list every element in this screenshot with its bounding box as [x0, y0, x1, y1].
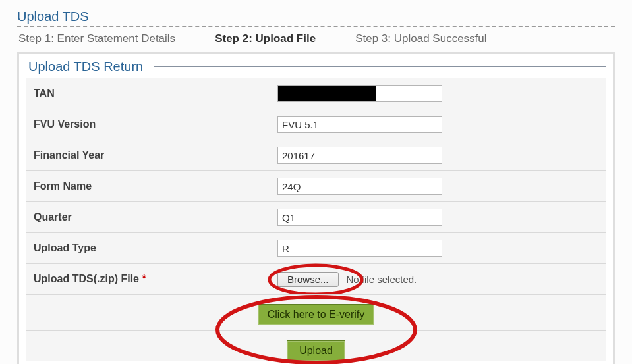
upload-type-input[interactable] — [277, 240, 442, 257]
row-everify: Click here to E-verify — [26, 294, 606, 330]
row-fvu: FVU Version — [26, 109, 606, 140]
upload-button[interactable]: Upload — [287, 340, 345, 361]
browse-button[interactable]: Browse... — [277, 272, 339, 287]
fvu-label: FVU Version — [26, 118, 277, 130]
wizard-step-2: Step 2: Upload File — [215, 32, 316, 45]
row-quarter: Quarter — [26, 201, 606, 232]
divider — [17, 26, 615, 27]
section-title: Upload TDS Return — [26, 59, 147, 74]
wizard-steps: Step 1: Enter Statement Details Step 2: … — [17, 28, 615, 52]
wizard-step-3: Step 3: Upload Successful — [355, 32, 486, 45]
zip-label: Upload TDS(.zip) File * — [26, 273, 277, 285]
form-label: Form Name — [26, 180, 277, 192]
fy-input[interactable] — [277, 147, 442, 164]
row-upload: Upload — [26, 330, 606, 361]
required-mark: * — [142, 273, 146, 284]
row-upload-type: Upload Type — [26, 232, 606, 263]
row-fy: Financial Year — [26, 140, 606, 170]
row-form: Form Name — [26, 170, 606, 201]
row-zip: Upload TDS(.zip) File * Browse... No fil… — [26, 263, 606, 294]
everify-button[interactable]: Click here to E-verify — [258, 304, 375, 325]
file-status: No file selected. — [347, 274, 417, 285]
quarter-input[interactable] — [277, 209, 442, 226]
fvu-input[interactable] — [277, 116, 442, 133]
fy-label: Financial Year — [26, 149, 277, 161]
upload-type-label: Upload Type — [26, 242, 277, 254]
row-tan: TAN — [26, 78, 606, 109]
zip-label-text: Upload TDS(.zip) File — [34, 273, 139, 284]
form-input[interactable] — [277, 178, 442, 195]
page-title: Upload TDS — [17, 7, 615, 26]
form-card: Upload TDS Return TAN FVU Version Financ… — [17, 52, 615, 364]
wizard-step-1: Step 1: Enter Statement Details — [18, 32, 175, 45]
tan-label: TAN — [26, 88, 277, 99]
tan-value-redacted — [277, 85, 442, 102]
quarter-label: Quarter — [26, 211, 277, 223]
